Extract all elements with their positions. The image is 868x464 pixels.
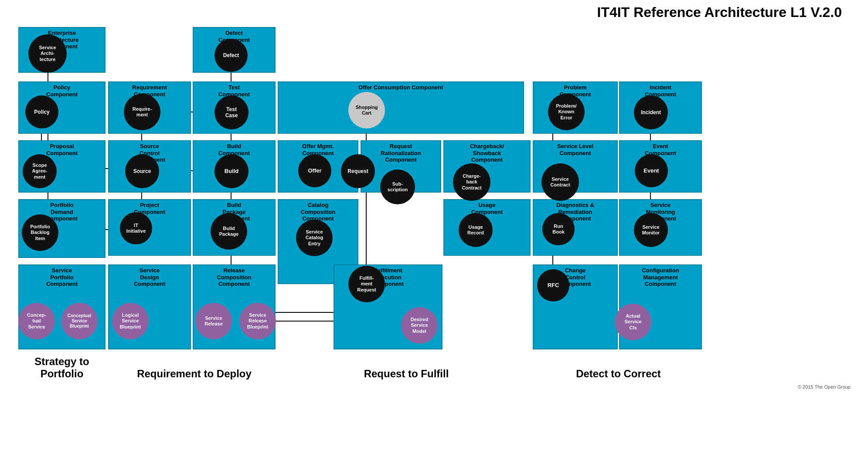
it-initiative-circle: ITInitiative [120,212,152,244]
request-circle: Request [341,154,375,188]
defect-circle: Defect [214,39,248,72]
usage-comp-title: UsageComponent [444,200,530,216]
logical-service-bp-circle: LogicalServiceBlueprint [112,303,149,339]
service-contract-circle: ServiceContract [541,163,579,201]
release-comp-title: ReleaseCompositionComponent [194,265,275,288]
chargeback-title: Chargeback/ShowbackComponent [444,141,530,164]
rfc-circle: RFC [537,269,569,301]
build-package-circle: BuildPackage [211,213,247,250]
service-portfolio-title: ServicePortfolioComponent [19,265,105,288]
page: IT4IT Reference Architecture L1 V.2.0 [0,0,868,398]
phase-r2d-label: Requirement to Deploy [108,368,280,380]
source-circle: Source [125,154,159,188]
offer-consumption-title: Offer Consumption Component [279,82,523,92]
chargeback-contract-circle: Charge-backContract [453,163,490,201]
event-comp-title: EventComponent [620,141,701,157]
service-design-title: ServiceDesignComponent [109,265,190,288]
actual-service-cls-circle: ActualServiceCIs [615,304,651,340]
event-circle: Event [635,154,668,187]
service-monitor-circle: ServiceMonitor [634,213,668,247]
offer-consumption-box: Offer Consumption Component [278,81,524,134]
portfolio-backlog-circle: PortfolioBacklogItem [22,214,58,251]
service-catalog-entry-circle: ServiceCatalogEntry [296,220,333,256]
service-level-title: Service LevelComponent [534,141,617,157]
phase-s2p-label: Strategy toPortfolio [18,356,106,380]
catalog-comp-title: CatalogCompositionComponent [279,200,357,223]
desired-service-model-circle: DesiredServiceModel [401,307,438,344]
build-circle: Build [214,154,248,188]
problem-known-error-circle: Problem/KnownError [548,94,585,130]
service-release-bp-circle: ServiceReleaseBlueprint [239,303,276,339]
phase-r2f-label: Request to Fulfill [278,368,535,380]
request-rationalization-title: RequestRationalizationComponent [361,141,440,164]
diagram-area: EnterpriseArchitectureComponent PolicyCo… [9,25,859,382]
policy-circle: Policy [25,95,58,129]
page-title: IT4IT Reference Architecture L1 V.2.0 [9,4,859,20]
copyright: © 2015 The Open Group [9,384,859,389]
project-comp-title: ProjectComponent [109,200,190,216]
usage-record-circle: UsageRecord [459,213,493,247]
conceptual-service-circle: Concep-tualService [18,303,55,339]
requirement-circle: Require-ment [124,94,160,130]
incident-comp-title: IncidentComponent [620,82,701,98]
conceptual-service-bp-circle: ConceptualServiceBlueprint [61,303,98,339]
service-release-circle: ServiceRelease [195,303,232,339]
shopping-cart-circle: ShoppingCart [348,92,385,129]
fulfillment-request-circle: Fulfill-mentRequest [348,266,385,302]
test-case-circle: TestCase [214,95,248,129]
policy-comp-title: PolicyComponent [19,82,105,98]
offer-circle: Offer [298,154,331,187]
proposal-comp-title: ProposalComponent [19,141,105,157]
scope-agreement-circle: ScopeAgree-ment [23,154,57,188]
run-book-circle: RunBook [542,213,575,245]
config-mgmt-title: ConfigurationManagementComponent [620,265,701,288]
service-arch-circle: ServiceArchi-tecture [28,34,67,73]
subscription-circle: Sub-scription [380,169,415,204]
incident-circle: Incident [634,95,668,129]
phase-d2c-label: Detect to Correct [533,368,704,380]
